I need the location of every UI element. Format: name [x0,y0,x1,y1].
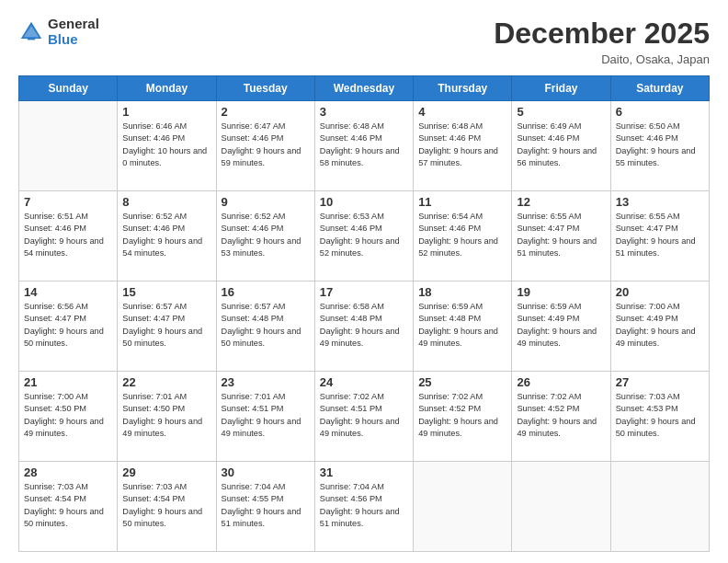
day-number: 26 [517,375,605,389]
header: General Blue December 2025 Daito, Osaka,… [18,17,710,66]
day-number: 12 [517,195,605,209]
day-number: 11 [418,195,506,209]
calendar-cell: 9Sunrise: 6:52 AM Sunset: 4:46 PM Daylig… [216,191,314,282]
cell-info: Sunrise: 6:55 AM Sunset: 4:47 PM Dayligh… [517,211,605,259]
calendar-cell: 11Sunrise: 6:54 AM Sunset: 4:46 PM Dayli… [414,191,512,282]
cell-info: Sunrise: 7:03 AM Sunset: 4:53 PM Dayligh… [616,391,704,440]
calendar-cell: 20Sunrise: 7:00 AM Sunset: 4:49 PM Dayli… [610,282,709,372]
calendar-cell: 30Sunrise: 7:04 AM Sunset: 4:55 PM Dayli… [216,462,314,552]
week-row-0: 1Sunrise: 6:46 AM Sunset: 4:46 PM Daylig… [19,101,710,191]
cell-info: Sunrise: 6:48 AM Sunset: 4:46 PM Dayligh… [418,121,506,169]
col-header-monday: Monday [118,76,216,101]
cell-info: Sunrise: 6:51 AM Sunset: 4:46 PM Dayligh… [24,211,112,259]
calendar-cell: 23Sunrise: 7:01 AM Sunset: 4:51 PM Dayli… [216,372,314,462]
calendar-cell: 27Sunrise: 7:03 AM Sunset: 4:53 PM Dayli… [610,372,709,462]
day-number: 17 [320,285,408,299]
cell-info: Sunrise: 6:50 AM Sunset: 4:46 PM Dayligh… [616,121,704,169]
calendar-cell: 2Sunrise: 6:47 AM Sunset: 4:46 PM Daylig… [216,101,314,191]
cell-info: Sunrise: 6:52 AM Sunset: 4:46 PM Dayligh… [122,211,210,259]
day-number: 20 [616,285,704,299]
cell-info: Sunrise: 6:54 AM Sunset: 4:46 PM Dayligh… [418,211,506,259]
day-number: 25 [418,375,506,389]
col-header-wednesday: Wednesday [314,76,413,101]
calendar-cell: 25Sunrise: 7:02 AM Sunset: 4:52 PM Dayli… [414,372,512,462]
location: Daito, Osaka, Japan [494,52,710,66]
logo-icon [18,19,44,45]
col-header-friday: Friday [512,76,610,101]
day-number: 21 [24,375,112,389]
calendar-cell: 10Sunrise: 6:53 AM Sunset: 4:46 PM Dayli… [314,191,413,282]
cell-info: Sunrise: 7:04 AM Sunset: 4:55 PM Dayligh… [222,481,310,530]
calendar-cell: 15Sunrise: 6:57 AM Sunset: 4:47 PM Dayli… [118,282,216,372]
logo-text: General Blue [48,17,99,47]
calendar-table: SundayMondayTuesdayWednesdayThursdayFrid… [18,75,710,552]
calendar-cell [414,462,512,552]
title-block: December 2025 Daito, Osaka, Japan [494,17,710,66]
cell-info: Sunrise: 7:03 AM Sunset: 4:54 PM Dayligh… [24,481,112,530]
col-header-saturday: Saturday [610,76,709,101]
day-number: 6 [616,105,704,119]
calendar-cell: 29Sunrise: 7:03 AM Sunset: 4:54 PM Dayli… [118,462,216,552]
cell-info: Sunrise: 7:04 AM Sunset: 4:56 PM Dayligh… [320,481,408,530]
cell-info: Sunrise: 7:01 AM Sunset: 4:51 PM Dayligh… [222,391,310,440]
cell-info: Sunrise: 7:00 AM Sunset: 4:50 PM Dayligh… [24,391,112,440]
day-number: 8 [122,195,210,209]
calendar-cell: 31Sunrise: 7:04 AM Sunset: 4:56 PM Dayli… [314,462,413,552]
cell-info: Sunrise: 6:57 AM Sunset: 4:47 PM Dayligh… [122,301,210,350]
day-number: 10 [320,195,408,209]
calendar-cell: 5Sunrise: 6:49 AM Sunset: 4:46 PM Daylig… [512,101,610,191]
day-number: 28 [24,465,112,479]
calendar-cell: 3Sunrise: 6:48 AM Sunset: 4:46 PM Daylig… [314,101,413,191]
cell-info: Sunrise: 6:59 AM Sunset: 4:49 PM Dayligh… [517,301,605,350]
calendar-cell [512,462,610,552]
cell-info: Sunrise: 6:59 AM Sunset: 4:48 PM Dayligh… [418,301,506,350]
day-number: 4 [418,105,506,119]
calendar-cell: 4Sunrise: 6:48 AM Sunset: 4:46 PM Daylig… [414,101,512,191]
week-row-4: 28Sunrise: 7:03 AM Sunset: 4:54 PM Dayli… [19,462,710,552]
calendar-cell: 28Sunrise: 7:03 AM Sunset: 4:54 PM Dayli… [19,462,118,552]
day-number: 13 [616,195,704,209]
calendar-cell [19,101,118,191]
calendar-cell: 21Sunrise: 7:00 AM Sunset: 4:50 PM Dayli… [19,372,118,462]
col-header-sunday: Sunday [19,76,118,101]
day-number: 29 [122,465,210,479]
day-number: 3 [320,105,408,119]
week-row-1: 7Sunrise: 6:51 AM Sunset: 4:46 PM Daylig… [19,191,710,282]
day-number: 23 [222,375,310,389]
cell-info: Sunrise: 6:48 AM Sunset: 4:46 PM Dayligh… [320,121,408,169]
cell-info: Sunrise: 6:49 AM Sunset: 4:46 PM Dayligh… [517,121,605,169]
calendar-cell [610,462,709,552]
calendar-cell: 22Sunrise: 7:01 AM Sunset: 4:50 PM Dayli… [118,372,216,462]
cell-info: Sunrise: 6:57 AM Sunset: 4:48 PM Dayligh… [222,301,310,350]
day-number: 15 [122,285,210,299]
cell-info: Sunrise: 6:56 AM Sunset: 4:47 PM Dayligh… [24,301,112,350]
day-number: 9 [222,195,310,209]
cell-info: Sunrise: 6:47 AM Sunset: 4:46 PM Dayligh… [222,121,310,169]
calendar-cell: 7Sunrise: 6:51 AM Sunset: 4:46 PM Daylig… [19,191,118,282]
week-row-3: 21Sunrise: 7:00 AM Sunset: 4:50 PM Dayli… [19,372,710,462]
calendar-cell: 6Sunrise: 6:50 AM Sunset: 4:46 PM Daylig… [610,101,709,191]
calendar-cell: 19Sunrise: 6:59 AM Sunset: 4:49 PM Dayli… [512,282,610,372]
calendar-cell: 1Sunrise: 6:46 AM Sunset: 4:46 PM Daylig… [118,101,216,191]
day-number: 14 [24,285,112,299]
day-number: 7 [24,195,112,209]
cell-info: Sunrise: 7:02 AM Sunset: 4:51 PM Dayligh… [320,391,408,440]
col-header-thursday: Thursday [414,76,512,101]
month-title: December 2025 [494,17,710,51]
cell-info: Sunrise: 6:58 AM Sunset: 4:48 PM Dayligh… [320,301,408,350]
day-number: 2 [222,105,310,119]
cell-info: Sunrise: 7:02 AM Sunset: 4:52 PM Dayligh… [517,391,605,440]
day-number: 5 [517,105,605,119]
day-number: 24 [320,375,408,389]
week-row-2: 14Sunrise: 6:56 AM Sunset: 4:47 PM Dayli… [19,282,710,372]
day-number: 19 [517,285,605,299]
calendar-cell: 14Sunrise: 6:56 AM Sunset: 4:47 PM Dayli… [19,282,118,372]
logo-blue-text: Blue [48,32,99,48]
cell-info: Sunrise: 7:02 AM Sunset: 4:52 PM Dayligh… [418,391,506,440]
day-number: 31 [320,465,408,479]
page: General Blue December 2025 Daito, Osaka,… [0,0,728,563]
day-number: 27 [616,375,704,389]
calendar-cell: 26Sunrise: 7:02 AM Sunset: 4:52 PM Dayli… [512,372,610,462]
col-header-tuesday: Tuesday [216,76,314,101]
day-number: 18 [418,285,506,299]
